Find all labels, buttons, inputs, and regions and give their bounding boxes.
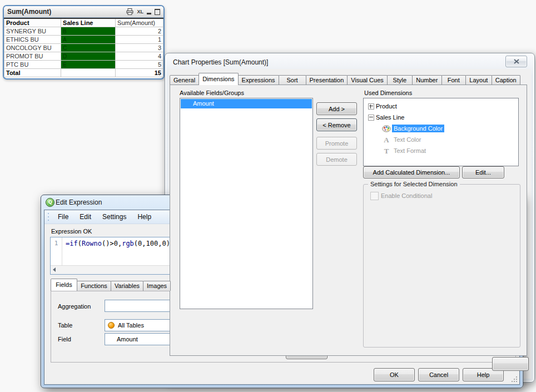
tab-sort[interactable]: Sort <box>279 75 306 85</box>
tab-presentation[interactable]: Presentation <box>306 75 348 85</box>
printer-icon[interactable] <box>126 8 133 15</box>
tab-dimensions[interactable]: Dimensions <box>198 73 238 85</box>
qlikview-icon: Q <box>46 198 54 207</box>
tab-style[interactable]: Style <box>387 75 413 85</box>
close-icon[interactable] <box>505 56 527 67</box>
demote-button: Demote <box>316 153 357 166</box>
column-header-sales-line[interactable]: Sales Line <box>61 18 116 27</box>
table-header-row: Product Sales Line Sum(Amount) <box>4 18 163 27</box>
table-window: Sum(Amount) XL Product Sales Line Sum(Am… <box>3 5 165 80</box>
expand-icon[interactable] <box>368 103 374 110</box>
sales-line-cell[interactable]: D <box>61 52 116 61</box>
palette-icon <box>382 125 391 132</box>
table-row: PROMOT BU D 4 <box>4 52 163 61</box>
cancel-button[interactable]: Cancel <box>418 368 459 381</box>
scroll-left-icon[interactable] <box>53 267 56 272</box>
desktop: Sum(Amount) XL Product Sales Line Sum(Am… <box>0 0 536 392</box>
tree-item-text-color[interactable]: A Text Color <box>364 134 518 145</box>
settings-for-selected-dimension-group: Settings for Selected Dimension Enable C… <box>363 184 520 348</box>
sales-line-cell[interactable]: B <box>61 27 116 36</box>
amount-cell: 2 <box>116 27 163 36</box>
aggregation-label: Aggregation <box>58 303 91 310</box>
column-header-product[interactable]: Product <box>4 18 61 27</box>
used-dimensions-label: Used Dimensions <box>364 90 412 96</box>
tree-item-sales-line[interactable]: Sales Line <box>364 112 518 123</box>
table-total-row: Total 15 <box>4 69 163 77</box>
line-number-gutter: 1 <box>51 237 62 266</box>
editor-tab-bar: Fields Functions Variables Images <box>51 279 170 291</box>
table-row: PTC BU E 5 <box>4 61 163 69</box>
amount-cell: 4 <box>116 52 163 61</box>
used-dimensions-tree[interactable]: Product Sales Line <box>363 98 519 166</box>
text-format-icon: T <box>382 147 391 155</box>
enable-conditional-label: Enable Conditional <box>381 192 432 199</box>
tree-item-product[interactable]: Product <box>364 101 518 112</box>
chart-properties-help-button[interactable] <box>492 357 529 371</box>
maximize-icon[interactable] <box>155 9 160 15</box>
total-label-cell: Total <box>4 69 61 77</box>
collapse-icon[interactable] <box>368 115 374 121</box>
tab-variables[interactable]: Variables <box>111 281 143 291</box>
product-cell[interactable]: PROMOT BU <box>4 52 61 61</box>
table-row: ETHICS BU A 1 <box>4 36 163 44</box>
table-window-title: Sum(Amount) <box>7 8 51 16</box>
enable-conditional-checkbox[interactable] <box>370 192 379 200</box>
amount-cell: 1 <box>116 36 163 44</box>
tab-expressions[interactable]: Expressions <box>238 75 279 85</box>
table-row: SYNERGY BU B 2 <box>4 27 163 36</box>
amount-cell: 3 <box>116 44 163 52</box>
tab-caption[interactable]: Caption <box>492 75 520 85</box>
menu-file[interactable]: File <box>52 211 74 222</box>
product-cell[interactable]: PTC BU <box>4 61 61 69</box>
orange-table-icon <box>108 322 115 329</box>
expression-status: Expression OK <box>51 228 92 235</box>
tab-font[interactable]: Font <box>441 75 466 85</box>
sales-line-cell[interactable]: A <box>61 36 116 44</box>
tab-general[interactable]: General <box>170 75 199 85</box>
table-row: ONCOLOGY BU C 3 <box>4 44 163 52</box>
available-fields-label: Available Fields/Groups <box>180 90 244 96</box>
column-header-sum-amount[interactable]: Sum(Amount) <box>116 18 163 27</box>
text-color-icon: A <box>382 136 391 143</box>
menu-help[interactable]: Help <box>132 211 157 222</box>
menu-edit[interactable]: Edit <box>74 211 97 222</box>
add-button[interactable]: Add > <box>316 102 357 115</box>
tab-visual-cues[interactable]: Visual Cues <box>347 75 388 85</box>
minimize-icon[interactable] <box>147 13 151 14</box>
resize-grip-icon[interactable] <box>512 376 517 382</box>
tab-images[interactable]: Images <box>143 281 171 291</box>
expression-text[interactable]: =if(Rowno()>0,rgb(0,100,0)) <box>66 240 174 247</box>
amount-cell: 5 <box>116 61 163 69</box>
tab-functions[interactable]: Functions <box>77 281 111 291</box>
tree-item-background-color[interactable]: Background Color <box>364 123 518 134</box>
menu-settings[interactable]: Settings <box>97 211 132 222</box>
straight-table: Product Sales Line Sum(Amount) SYNERGY B… <box>4 18 163 77</box>
available-fields-list[interactable]: Amount <box>180 98 313 309</box>
tree-item-text-format[interactable]: T Text Format <box>364 145 518 156</box>
product-cell[interactable]: ONCOLOGY BU <box>4 44 61 52</box>
sales-line-cell[interactable]: E <box>61 61 116 69</box>
remove-button[interactable]: < Remove <box>316 118 357 131</box>
chart-properties-dialog: Chart Properties [Sum(Amount)] General D… <box>165 53 535 383</box>
tab-fields[interactable]: Fields <box>51 279 77 291</box>
list-item-amount[interactable]: Amount <box>181 99 312 108</box>
chart-properties-tab-bar: General Dimensions Expressions Sort Pres… <box>170 73 520 85</box>
sales-line-cell[interactable]: C <box>61 44 116 52</box>
table-window-caption[interactable]: Sum(Amount) XL <box>4 6 163 18</box>
tab-number[interactable]: Number <box>412 75 442 85</box>
edit-dimension-button[interactable]: Edit... <box>462 166 504 178</box>
tab-layout[interactable]: Layout <box>465 75 492 85</box>
total-empty-cell <box>61 69 116 77</box>
product-cell[interactable]: ETHICS BU <box>4 36 61 44</box>
edit-expression-title: Edit Expression <box>56 199 102 206</box>
field-label: Field <box>58 336 71 343</box>
excel-export-icon[interactable]: XL <box>137 9 143 14</box>
table-label: Table <box>58 322 72 329</box>
total-value-cell: 15 <box>116 69 163 77</box>
chart-properties-title: Chart Properties [Sum(Amount)] <box>173 58 268 66</box>
ok-button[interactable]: OK <box>374 368 415 381</box>
menu-grip-icon[interactable] <box>48 216 49 217</box>
chart-properties-body: General Dimensions Expressions Sort Pres… <box>168 69 531 379</box>
product-cell[interactable]: SYNERGY BU <box>4 27 61 36</box>
add-calculated-dimension-button[interactable]: Add Calculated Dimension... <box>363 166 460 178</box>
